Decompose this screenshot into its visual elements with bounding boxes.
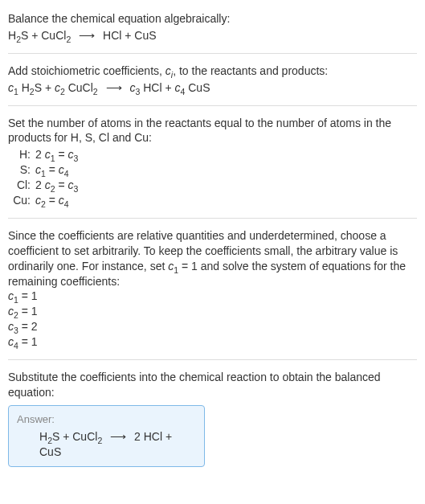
balanced-equation: H2S + CuCl2 ⟶ 2 HCl + CuS — [17, 429, 196, 460]
reaction-arrow-icon: ⟶ — [106, 80, 122, 96]
table-row: S: c1 = c4 — [8, 162, 83, 178]
atom-equation: c1 = c4 — [35, 162, 83, 178]
step4-text: Since the coefficients are relative quan… — [8, 228, 417, 289]
table-row: Cu: c2 = c4 — [8, 193, 83, 208]
step-final: Substitute the coefficients into the che… — [8, 365, 417, 472]
step5-text: Substitute the coefficients into the che… — [8, 370, 417, 400]
step2-text: Add stoichiometric coefficients, ci, to … — [8, 64, 417, 79]
atom-symbol: H: — [8, 147, 35, 162]
atom-symbol: S: — [8, 162, 35, 178]
list-item: c3 = 2 — [8, 319, 417, 334]
step-atom-balance: Set the number of atoms in the reactants… — [8, 111, 417, 213]
atom-equation: 2 c1 = c3 — [35, 147, 83, 162]
atom-equation: c2 = c4 — [35, 193, 83, 208]
step-add-coefficients: Add stoichiometric coefficients, ci, to … — [8, 59, 417, 100]
divider — [8, 218, 417, 219]
list-item: c2 = 1 — [8, 304, 417, 319]
step1-equation: H2S + CuCl2 ⟶ HCl + CuS — [8, 28, 417, 43]
list-item: c1 = 1 — [8, 289, 417, 304]
answer-box: Answer: H2S + CuCl2 ⟶ 2 HCl + CuS — [8, 405, 205, 467]
table-row: H: 2 c1 = c3 — [8, 147, 83, 162]
step3-text: Set the number of atoms in the reactants… — [8, 116, 417, 146]
step2-equation: c1 H2S + c2 CuCl2 ⟶ c3 HCl + c4 CuS — [8, 80, 417, 96]
step-balance-intro: Balance the chemical equation algebraica… — [8, 6, 417, 48]
reaction-arrow-icon: ⟶ — [79, 28, 95, 43]
atom-symbol: Cu: — [8, 193, 35, 208]
step-solve-coefficients: Since the coefficients are relative quan… — [8, 223, 417, 354]
eqn-rhs: HCl + CuS — [103, 29, 157, 42]
list-item: c4 = 1 — [8, 334, 417, 350]
divider — [8, 359, 417, 360]
eqn-lhs: H2S + CuCl2 — [8, 29, 71, 42]
atom-symbol: Cl: — [8, 178, 35, 193]
divider — [8, 53, 417, 54]
reaction-arrow-icon: ⟶ — [110, 429, 126, 445]
atom-equation: 2 c2 = c3 — [35, 178, 83, 193]
atom-balance-table: H: 2 c1 = c3 S: c1 = c4 Cl: 2 c2 = c3 Cu… — [8, 147, 83, 208]
coefficient-values: c1 = 1 c2 = 1 c3 = 2 c4 = 1 — [8, 289, 417, 350]
divider — [8, 105, 417, 106]
answer-header: Answer: — [17, 412, 196, 427]
step1-text: Balance the chemical equation algebraica… — [8, 11, 417, 27]
table-row: Cl: 2 c2 = c3 — [8, 178, 83, 193]
